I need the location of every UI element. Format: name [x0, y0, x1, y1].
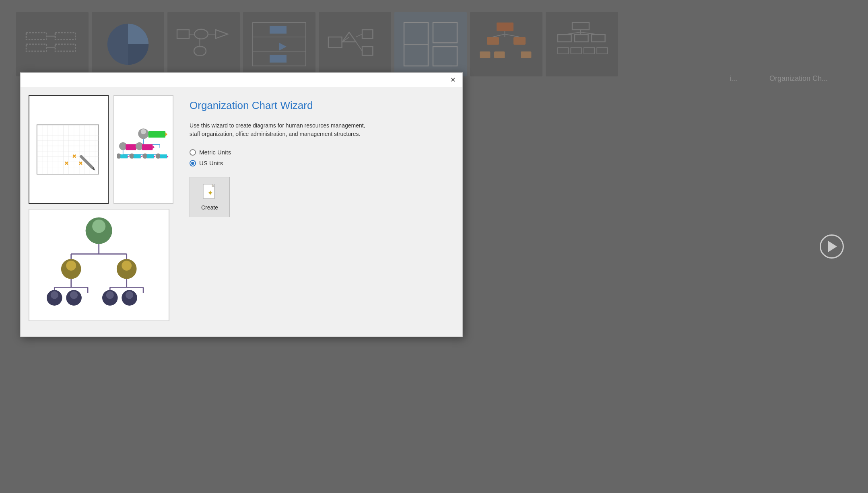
svg-marker-101 [141, 156, 142, 158]
svg-point-80 [141, 129, 146, 134]
dialog-titlebar: ✕ [21, 73, 462, 87]
create-document-icon: ✦ [202, 183, 218, 202]
svg-rect-103 [147, 154, 154, 158]
svg-point-129 [70, 291, 78, 299]
play-button[interactable] [820, 234, 844, 259]
svg-point-133 [126, 291, 133, 299]
metric-units-option[interactable]: Metric Units [190, 149, 446, 156]
template-thumb-orgcolor[interactable] [113, 95, 173, 204]
us-units-radio[interactable] [190, 160, 196, 166]
svg-marker-107 [167, 156, 168, 158]
template-thumb-avatars[interactable] [29, 209, 169, 321]
metric-units-radio[interactable] [190, 149, 196, 156]
svg-rect-100 [134, 154, 141, 158]
thumb-row-top [29, 95, 173, 204]
us-units-label: US Units [199, 160, 223, 166]
svg-rect-89 [126, 144, 136, 150]
metric-units-label: Metric Units [199, 149, 231, 156]
wizard-description: Use this wizard to create diagrams for h… [190, 121, 367, 138]
svg-rect-97 [120, 154, 128, 158]
dialog-body: Organization Chart Wizard Use this wizar… [21, 87, 462, 337]
create-button[interactable]: ✦ Create [190, 177, 230, 217]
svg-point-115 [66, 261, 76, 271]
us-units-option[interactable]: US Units [190, 160, 446, 166]
wizard-title: Organization Chart Wizard [190, 99, 446, 112]
play-triangle-icon [828, 241, 837, 252]
units-section: Metric Units US Units [190, 149, 446, 166]
thumb-row-bottom [29, 209, 173, 321]
svg-rect-106 [160, 154, 167, 158]
svg-rect-92 [142, 144, 153, 150]
svg-text:✦: ✦ [207, 189, 213, 197]
svg-point-117 [122, 261, 132, 271]
thumbnails-panel [29, 95, 173, 329]
svg-marker-93 [153, 146, 155, 149]
svg-rect-51 [37, 125, 98, 175]
svg-marker-98 [128, 156, 129, 158]
svg-marker-82 [165, 133, 167, 137]
template-thumb-grid[interactable] [29, 95, 109, 204]
svg-point-131 [106, 291, 114, 299]
close-button[interactable]: ✕ [447, 74, 458, 86]
create-button-label: Create [201, 204, 218, 211]
info-panel: Organization Chart Wizard Use this wizar… [181, 95, 454, 329]
svg-point-127 [51, 291, 58, 299]
svg-point-109 [92, 220, 105, 233]
svg-marker-104 [154, 156, 155, 158]
wizard-dialog: ✕ [20, 72, 463, 337]
svg-rect-81 [148, 131, 165, 138]
